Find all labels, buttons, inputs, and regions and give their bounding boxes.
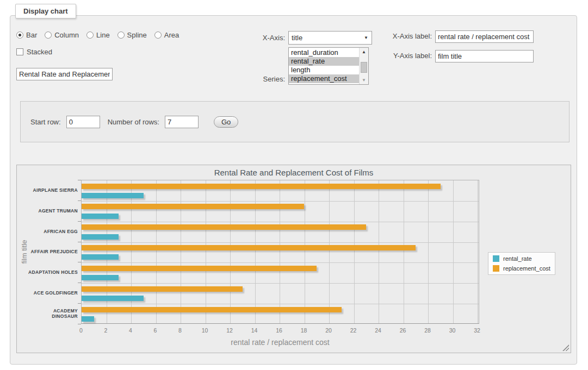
gridline-vertical — [329, 180, 330, 323]
x-axis-tick-label: 8 — [169, 327, 191, 334]
series-option-rental_duration[interactable]: rental_duration — [289, 48, 359, 57]
gridline-horizontal — [82, 262, 479, 263]
series-option-length[interactable]: length — [289, 66, 359, 74]
legend-entry: replacement_cost — [493, 265, 550, 272]
x-axis-tick-label: 28 — [417, 327, 438, 334]
y-axis-label-field-label: Y-Axis label: — [381, 52, 432, 60]
legend-swatch-icon — [493, 255, 499, 262]
chart-container: Rental Rate and Replacement Cost of Film… — [16, 165, 571, 353]
bar-rental_rate — [82, 296, 144, 301]
y-axis-tick — [78, 262, 81, 262]
legend-entry: rental_rate — [493, 255, 550, 262]
x-axis-label: X-Axis: — [250, 34, 285, 42]
series-option-replacement_cost[interactable]: replacement_cost — [289, 74, 359, 83]
radio-icon[interactable] — [154, 32, 162, 39]
y-axis-tick — [78, 221, 81, 222]
stacked-label: Stacked — [27, 48, 52, 56]
x-axis-tick-label: 10 — [194, 327, 216, 334]
bar-rental_rate — [82, 254, 119, 260]
gridline-vertical — [280, 180, 280, 323]
x-axis-tick-label: 20 — [318, 327, 339, 334]
x-axis-tick-label: 30 — [442, 327, 463, 334]
gridline-vertical — [156, 180, 157, 323]
y-axis-tick — [78, 283, 81, 283]
series-scrollbar[interactable]: ▲ ▼ — [359, 48, 368, 84]
stacked-checkbox[interactable] — [16, 48, 23, 55]
legend-label: rental_rate — [503, 255, 532, 262]
row-selector-panel: Start row: Number of rows: Go — [20, 101, 570, 142]
x-axis-label-field-label: X-Axis label: — [381, 32, 432, 40]
x-axis-tick-label: 6 — [145, 327, 166, 334]
radio-icon[interactable] — [16, 32, 23, 39]
gridline-vertical — [206, 180, 206, 323]
resize-handle-icon[interactable] — [562, 344, 569, 351]
chart-legend: rental_ratereplacement_cost — [488, 252, 555, 275]
bar-replacement_cost — [82, 286, 243, 292]
stacked-checkbox-row[interactable]: Stacked — [16, 48, 52, 56]
series-listbox[interactable]: rental_durationrental_ratelengthreplacem… — [288, 47, 369, 85]
chart-type-radio-bar[interactable]: Bar — [16, 31, 37, 39]
x-axis-label-input[interactable] — [435, 30, 534, 43]
bar-rental_rate — [82, 234, 119, 240]
bar-rental_rate — [82, 214, 119, 219]
x-axis-select[interactable]: title ▼ — [288, 31, 372, 45]
scroll-up-icon[interactable]: ▲ — [360, 48, 368, 56]
radio-icon[interactable] — [117, 32, 125, 39]
bar-replacement_cost — [82, 245, 416, 250]
gridline-horizontal — [82, 222, 479, 222]
y-category-label: AGENT TRUMAN — [28, 200, 78, 221]
num-rows-input[interactable] — [165, 116, 199, 128]
y-axis-tick — [78, 200, 81, 201]
series-options: rental_durationrental_ratelengthreplacem… — [289, 48, 359, 84]
chart-title-input[interactable] — [16, 68, 113, 80]
gridline-horizontal — [82, 242, 479, 243]
chart-type-radio-spline[interactable]: Spline — [117, 31, 147, 39]
gridline-vertical — [131, 180, 132, 323]
x-axis-tick-label: 4 — [120, 327, 141, 334]
chart-type-radio-line[interactable]: Line — [86, 31, 110, 39]
start-row-label: Start row: — [30, 118, 61, 126]
chart-title: Rental Rate and Replacement Cost of Film… — [17, 168, 571, 177]
gridline-vertical — [181, 180, 181, 323]
chart-x-axis-title: rental rate / replacement cost — [81, 338, 479, 347]
radio-icon[interactable] — [45, 32, 52, 39]
start-row-input[interactable] — [66, 116, 100, 128]
x-axis-tick-label: 32 — [466, 327, 488, 334]
bar-rental_rate — [82, 193, 144, 198]
scrollbar-thumb[interactable] — [361, 62, 367, 73]
y-category-label: ADAPTATION HOLES — [28, 262, 78, 283]
series-label: Series: — [250, 75, 285, 83]
radio-icon[interactable] — [86, 32, 94, 39]
chart-type-radio-group: BarColumnLineSplineArea — [16, 31, 179, 39]
radio-label: Line — [96, 31, 110, 39]
gridline-vertical — [305, 180, 305, 323]
x-axis-tick-label: 0 — [70, 327, 92, 334]
x-axis-tick-label: 22 — [343, 327, 364, 334]
scroll-down-icon[interactable]: ▼ — [360, 76, 368, 84]
chart-type-radio-area[interactable]: Area — [154, 31, 179, 39]
y-category-label: AIRPLANE SIERRA — [28, 180, 78, 200]
bar-rental_rate — [82, 275, 119, 280]
y-axis-label-input[interactable] — [435, 50, 534, 62]
gridline-vertical — [404, 180, 404, 323]
legend-label: replacement_cost — [503, 265, 550, 272]
chart-plot-area — [81, 180, 479, 324]
gridline-horizontal — [82, 283, 479, 284]
bar-replacement_cost — [82, 266, 317, 271]
series-option-rental_rate[interactable]: rental_rate — [289, 57, 359, 66]
gridline-vertical — [354, 180, 355, 323]
y-category-label: AFRICAN EGG — [28, 221, 78, 242]
x-axis-tick-label: 16 — [268, 327, 290, 334]
page: Display chart BarColumnLineSplineArea St… — [0, 0, 588, 370]
go-button[interactable]: Go — [214, 116, 238, 128]
x-axis-tick-label: 2 — [95, 327, 117, 334]
bar-rental_rate — [82, 316, 94, 322]
x-axis-tick-label: 26 — [392, 327, 414, 334]
x-axis-tick-label: 24 — [367, 327, 389, 334]
radio-label: Column — [54, 31, 79, 39]
x-axis-tick-label: 14 — [244, 327, 265, 334]
chart-type-radio-column[interactable]: Column — [45, 31, 79, 39]
y-category-label: ACADEMY DINOSAUR — [28, 303, 78, 324]
gridline-vertical — [453, 180, 454, 323]
y-axis-tick — [78, 303, 81, 304]
